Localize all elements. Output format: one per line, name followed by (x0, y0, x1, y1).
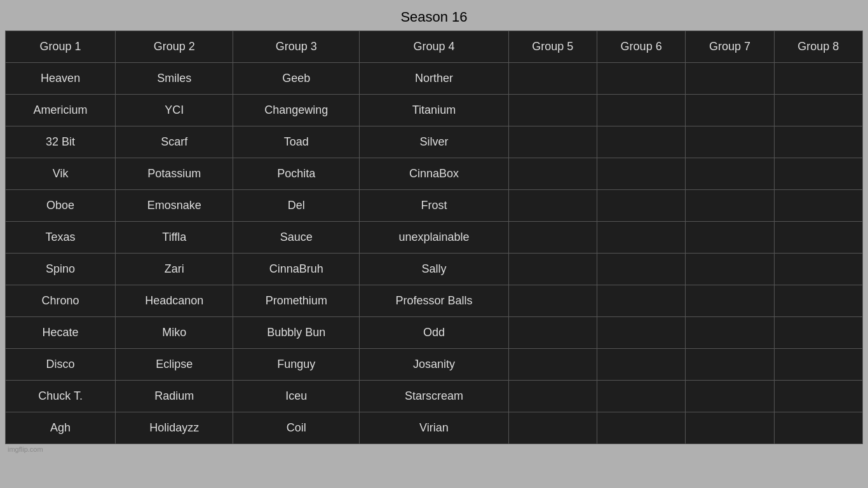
cell-r1-c4: Norther (360, 63, 508, 95)
cell-r10-c1: Disco (6, 349, 116, 381)
cell-r6-c2: Tiffla (116, 222, 233, 254)
cell-r8-c6 (597, 285, 685, 317)
cell-r2-c1: Americium (6, 95, 116, 126)
cell-r4-c1: Vik (6, 158, 116, 190)
cell-r4-c4: CinnaBox (360, 158, 508, 190)
cell-r10-c2: Eclipse (116, 349, 233, 381)
cell-r7-c4: Sally (360, 254, 508, 285)
cell-r6-c4: unexplainable (360, 222, 508, 254)
cell-r11-c5 (508, 381, 597, 412)
cell-r12-c6 (597, 412, 685, 444)
cell-r8-c3: Promethium (233, 285, 360, 317)
cell-r4-c7 (686, 158, 774, 190)
cell-r3-c7 (686, 126, 774, 158)
cell-r2-c4: Titanium (360, 95, 508, 126)
header-group-8: Group 8 (774, 31, 862, 63)
cell-r3-c4: Silver (360, 126, 508, 158)
page-wrapper: Season 16 Group 1Group 2Group 3Group 4Gr… (0, 0, 868, 459)
cell-r10-c6 (597, 349, 685, 381)
header-row: Group 1Group 2Group 3Group 4Group 5Group… (6, 31, 863, 63)
cell-r7-c1: Spino (6, 254, 116, 285)
cell-r7-c3: CinnaBruh (233, 254, 360, 285)
cell-r8-c2: Headcanon (116, 285, 233, 317)
cell-r2-c2: YCI (116, 95, 233, 126)
cell-r9-c2: Miko (116, 317, 233, 349)
cell-r4-c3: Pochita (233, 158, 360, 190)
cell-r9-c4: Odd (360, 317, 508, 349)
groups-table: Group 1Group 2Group 3Group 4Group 5Group… (5, 30, 863, 444)
season-title: Season 16 (5, 5, 863, 30)
table-row: AghHolidayzzCoilVirian (6, 412, 863, 444)
cell-r9-c8 (774, 317, 862, 349)
cell-r8-c1: Chrono (6, 285, 116, 317)
cell-r2-c7 (686, 95, 774, 126)
cell-r6-c1: Texas (6, 222, 116, 254)
cell-r2-c3: Changewing (233, 95, 360, 126)
cell-r12-c5 (508, 412, 597, 444)
table-row: HeavenSmilesGeebNorther (6, 63, 863, 95)
cell-r1-c2: Smiles (116, 63, 233, 95)
cell-r7-c7 (686, 254, 774, 285)
cell-r1-c5 (508, 63, 597, 95)
cell-r5-c1: Oboe (6, 190, 116, 222)
cell-r4-c6 (597, 158, 685, 190)
table-row: AmericiumYCIChangewingTitanium (6, 95, 863, 126)
cell-r5-c8 (774, 190, 862, 222)
cell-r9-c5 (508, 317, 597, 349)
cell-r8-c8 (774, 285, 862, 317)
cell-r5-c7 (686, 190, 774, 222)
cell-r2-c5 (508, 95, 597, 126)
cell-r9-c6 (597, 317, 685, 349)
table-row: TexasTifflaSauceunexplainable (6, 222, 863, 254)
cell-r10-c7 (686, 349, 774, 381)
cell-r10-c4: Josanity (360, 349, 508, 381)
table-row: DiscoEclipseFunguyJosanity (6, 349, 863, 381)
header-group-7: Group 7 (686, 31, 774, 63)
cell-r8-c7 (686, 285, 774, 317)
cell-r12-c7 (686, 412, 774, 444)
cell-r8-c5 (508, 285, 597, 317)
cell-r6-c5 (508, 222, 597, 254)
cell-r12-c3: Coil (233, 412, 360, 444)
header-group-2: Group 2 (116, 31, 233, 63)
cell-r12-c1: Agh (6, 412, 116, 444)
cell-r11-c2: Radium (116, 381, 233, 412)
cell-r3-c2: Scarf (116, 126, 233, 158)
cell-r1-c6 (597, 63, 685, 95)
cell-r1-c1: Heaven (6, 63, 116, 95)
watermark: imgflip.com (5, 444, 863, 454)
table-row: OboeEmosnakeDelFrost (6, 190, 863, 222)
cell-r7-c6 (597, 254, 685, 285)
header-group-3: Group 3 (233, 31, 360, 63)
table-row: SpinoZariCinnaBruhSally (6, 254, 863, 285)
cell-r9-c3: Bubbly Bun (233, 317, 360, 349)
cell-r12-c2: Holidayzz (116, 412, 233, 444)
cell-r4-c8 (774, 158, 862, 190)
cell-r6-c6 (597, 222, 685, 254)
cell-r11-c8 (774, 381, 862, 412)
cell-r4-c5 (508, 158, 597, 190)
cell-r8-c4: Professor Balls (360, 285, 508, 317)
cell-r11-c7 (686, 381, 774, 412)
cell-r10-c8 (774, 349, 862, 381)
cell-r12-c4: Virian (360, 412, 508, 444)
cell-r7-c2: Zari (116, 254, 233, 285)
cell-r9-c7 (686, 317, 774, 349)
cell-r11-c4: Starscream (360, 381, 508, 412)
cell-r11-c1: Chuck T. (6, 381, 116, 412)
cell-r11-c6 (597, 381, 685, 412)
table-row: VikPotassiumPochitaCinnaBox (6, 158, 863, 190)
cell-r11-c3: Iceu (233, 381, 360, 412)
cell-r3-c5 (508, 126, 597, 158)
cell-r1-c8 (774, 63, 862, 95)
header-group-6: Group 6 (597, 31, 685, 63)
cell-r5-c2: Emosnake (116, 190, 233, 222)
cell-r9-c1: Hecate (6, 317, 116, 349)
cell-r12-c8 (774, 412, 862, 444)
cell-r4-c2: Potassium (116, 158, 233, 190)
cell-r5-c3: Del (233, 190, 360, 222)
cell-r7-c5 (508, 254, 597, 285)
table-row: 32 BitScarfToadSilver (6, 126, 863, 158)
header-group-4: Group 4 (360, 31, 508, 63)
table-row: Chuck T.RadiumIceuStarscream (6, 381, 863, 412)
